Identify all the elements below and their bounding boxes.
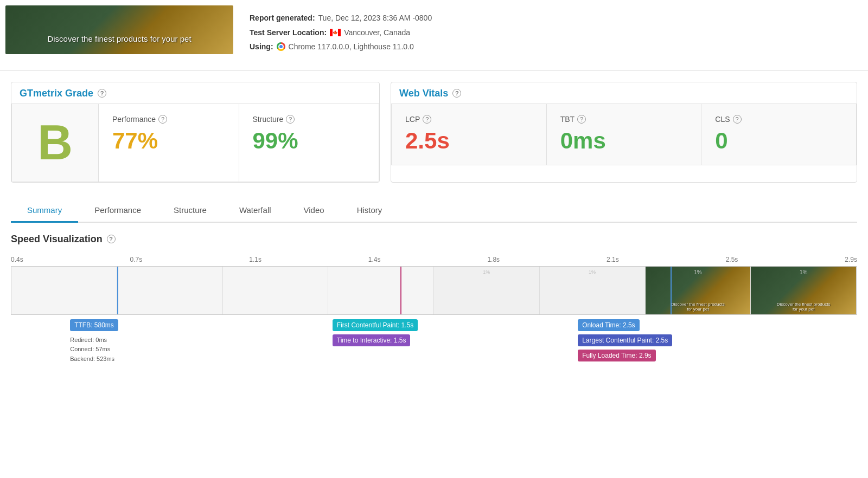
web-vitals-card: Web Vitals ? LCP ? 2.5s TBT ? 0ms CLS xyxy=(391,82,857,183)
ruler-3: 1.4s xyxy=(368,256,381,263)
tti-badge: Time to Interactive: 1.5s xyxy=(333,334,411,346)
frame-4: 1% xyxy=(434,267,540,314)
structure-value: 99% xyxy=(253,128,366,154)
performance-help-icon[interactable]: ? xyxy=(158,115,167,124)
flt-line xyxy=(857,267,857,314)
ruler-6: 2.5s xyxy=(726,256,738,263)
site-preview-text: Discover the finest products for your pe… xyxy=(47,34,191,43)
timeline-labels: TTFB: 580ms Redirect: 0ms Connect: 57ms … xyxy=(11,319,857,390)
ttfb-sub: Redirect: 0ms Connect: 57ms Backend: 523… xyxy=(70,335,114,364)
lcp-help-icon[interactable]: ? xyxy=(423,115,431,124)
tab-structure[interactable]: Structure xyxy=(157,199,223,223)
using-value: Chrome 117.0.0.0, Lighthouse 11.0.0 xyxy=(289,40,414,54)
svg-rect-2 xyxy=(338,29,341,36)
svg-rect-1 xyxy=(330,29,333,36)
frame-1 xyxy=(117,267,223,314)
report-info: Report generated: Tue, Dec 12, 2023 8:36… xyxy=(233,5,448,60)
frame-0 xyxy=(11,267,117,314)
web-vitals-title-text: Web Vitals xyxy=(399,88,448,99)
report-label: Report generated: xyxy=(250,11,315,25)
performance-value: 77% xyxy=(112,128,225,154)
lcp-label: LCP ? xyxy=(405,115,533,124)
grade-letter: B xyxy=(12,104,99,182)
speed-section: Speed Visualization ? 0.4s 0.7s 1.1s 1.4… xyxy=(0,223,868,395)
ttfb-line xyxy=(117,267,118,314)
frame-6: 1% Discover the finest productsfor your … xyxy=(646,267,751,314)
frame-preview-7: 1% Discover the finest productsfor your … xyxy=(751,267,856,314)
ttfb-badge: TTFB: 580ms xyxy=(70,319,118,331)
fcp-line xyxy=(400,267,401,314)
tbt-label: TBT ? xyxy=(560,115,688,124)
tab-video[interactable]: Video xyxy=(288,199,341,223)
gtmetrix-title-text: GTmetrix Grade xyxy=(20,88,93,99)
using-row: Using: Chrome 117.0.0.0, Lighthouse 11.0… xyxy=(250,40,432,54)
svg-text:🍁: 🍁 xyxy=(333,30,338,35)
timeline-frames: 1% 1% 1% Discover the finest productsfor… xyxy=(11,266,857,315)
tab-history[interactable]: History xyxy=(341,199,399,223)
fcp-badge: First Contentful Paint: 1.5s xyxy=(333,319,418,331)
grades-section: GTmetrix Grade ? B Performance ? 77% Str… xyxy=(0,71,868,188)
lcp-box: LCP ? 2.5s xyxy=(392,104,547,165)
cls-value: 0 xyxy=(715,128,843,154)
tbt-help-icon[interactable]: ? xyxy=(577,115,586,124)
performance-label: Performance ? xyxy=(112,115,225,124)
cls-label: CLS ? xyxy=(715,115,843,124)
frame-5: 1% xyxy=(540,267,646,314)
tbt-box: TBT ? 0ms xyxy=(547,104,702,165)
ruler-1: 0.7s xyxy=(130,256,143,263)
gtmetrix-grade-card: GTmetrix Grade ? B Performance ? 77% Str… xyxy=(11,82,380,183)
cls-help-icon[interactable]: ? xyxy=(733,115,742,124)
lcp-value: 2.5s xyxy=(405,128,533,154)
tab-summary[interactable]: Summary xyxy=(11,199,78,223)
grade-metrics: Performance ? 77% Structure ? 99% xyxy=(99,104,379,182)
onload-line xyxy=(671,267,672,314)
ruler-0: 0.4s xyxy=(11,256,23,263)
timeline-ruler: 0.4s 0.7s 1.1s 1.4s 1.8s 2.1s 2.5s 2.9s xyxy=(11,256,857,266)
canada-flag-icon: 🍁 xyxy=(330,29,341,36)
chrome-icon xyxy=(277,42,285,51)
cls-box: CLS ? 0 xyxy=(701,104,856,165)
gtmetrix-help-icon[interactable]: ? xyxy=(98,89,106,98)
site-preview: Discover the finest products for your pe… xyxy=(5,5,233,54)
server-label: Test Server Location: xyxy=(250,25,327,40)
speed-help-icon[interactable]: ? xyxy=(107,235,116,243)
frame-2 xyxy=(223,267,329,314)
speed-title: Speed Visualization ? xyxy=(11,234,857,245)
gtmetrix-grade-title: GTmetrix Grade ? xyxy=(11,82,379,104)
ruler-4: 1.8s xyxy=(487,256,500,263)
lcp-badge: Largest Contentful Paint: 2.5s xyxy=(578,334,672,346)
frame-7: 1% Discover the finest productsfor your … xyxy=(751,267,857,314)
structure-label: Structure ? xyxy=(253,115,366,124)
server-value: Vancouver, Canada xyxy=(344,25,410,40)
ruler-2: 1.1s xyxy=(249,256,261,263)
report-value: Tue, Dec 12, 2023 8:36 AM -0800 xyxy=(318,11,432,25)
structure-help-icon[interactable]: ? xyxy=(286,115,295,124)
frame-preview-6: 1% Discover the finest productsfor your … xyxy=(646,267,751,314)
ruler-5: 2.1s xyxy=(607,256,619,263)
timeline-container: 0.4s 0.7s 1.1s 1.4s 1.8s 2.1s 2.5s 2.9s … xyxy=(11,256,857,390)
web-vitals-help-icon[interactable]: ? xyxy=(452,89,461,98)
using-label: Using: xyxy=(250,40,273,54)
ruler-7: 2.9s xyxy=(845,256,857,263)
structure-metric: Structure ? 99% xyxy=(239,104,379,182)
tabs-bar: Summary Performance Structure Waterfall … xyxy=(11,199,857,223)
web-vitals-title: Web Vitals ? xyxy=(391,82,857,104)
top-section: Discover the finest products for your pe… xyxy=(0,0,868,71)
flt-badge: Fully Loaded Time: 2.9s xyxy=(578,350,655,361)
web-vitals-content: LCP ? 2.5s TBT ? 0ms CLS ? 0 xyxy=(391,104,857,165)
onload-badge: Onload Time: 2.5s xyxy=(578,319,639,331)
tab-performance[interactable]: Performance xyxy=(78,199,157,223)
performance-metric: Performance ? 77% xyxy=(99,104,239,182)
server-row: Test Server Location: 🍁 Vancouver, Canad… xyxy=(250,25,432,40)
report-row: Report generated: Tue, Dec 12, 2023 8:36… xyxy=(250,11,432,25)
tbt-value: 0ms xyxy=(560,128,688,154)
tab-waterfall[interactable]: Waterfall xyxy=(223,199,288,223)
frame-3 xyxy=(328,267,434,314)
grade-content: B Performance ? 77% Structure ? 99% xyxy=(11,104,379,182)
